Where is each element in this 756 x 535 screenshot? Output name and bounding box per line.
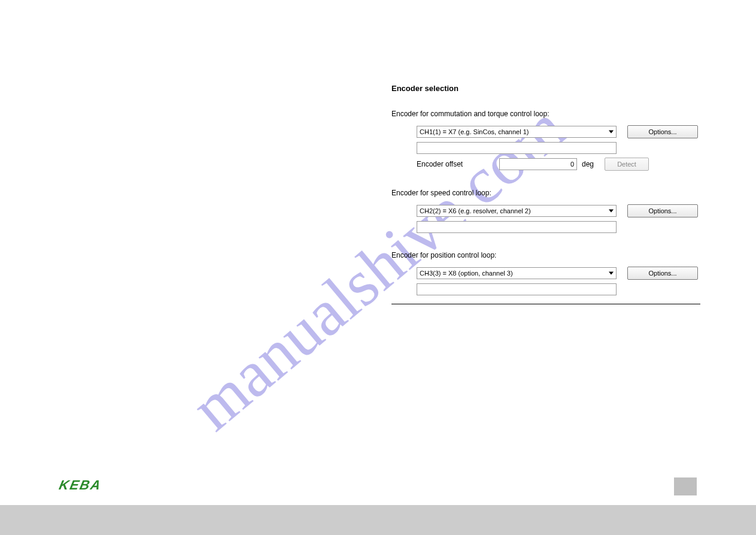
commutation-extra-input[interactable] — [417, 142, 617, 154]
speed-encoder-select[interactable]: CH2(2) = X6 (e.g. resolver, channel 2) — [417, 205, 617, 217]
position-encoder-select[interactable]: CH3(3) = X8 (option, channel 3) — [417, 267, 617, 279]
position-options-button[interactable]: Options... — [627, 267, 698, 280]
encoder-offset-unit: deg — [582, 160, 594, 168]
footer-bar — [0, 505, 756, 535]
position-extra-input[interactable] — [417, 283, 617, 295]
speed-extra-input[interactable] — [417, 221, 617, 233]
commutation-encoder-value: CH1(1) = X7 (e.g. SinCos, channel 1) — [420, 128, 529, 135]
position-label: Encoder for position control loop: — [391, 251, 700, 259]
keba-logo: KEBA — [57, 477, 103, 493]
encoder-selection-form: Encoder selection Encoder for commutatio… — [391, 84, 700, 304]
speed-encoder-value: CH2(2) = X6 (e.g. resolver, channel 2) — [420, 207, 531, 214]
encoder-offset-label: Encoder offset — [417, 160, 499, 168]
page-number-box — [674, 477, 697, 495]
commutation-label: Encoder for commutation and torque contr… — [391, 110, 700, 118]
section-divider — [391, 304, 700, 304]
encoder-offset-input[interactable] — [499, 158, 577, 170]
speed-label: Encoder for speed control loop: — [391, 189, 700, 197]
detect-button: Detect — [605, 158, 649, 171]
section-title: Encoder selection — [391, 84, 700, 93]
commutation-encoder-select[interactable]: CH1(1) = X7 (e.g. SinCos, channel 1) — [417, 126, 617, 138]
chevron-down-icon — [609, 210, 614, 213]
chevron-down-icon — [609, 131, 614, 134]
position-encoder-value: CH3(3) = X8 (option, channel 3) — [420, 270, 513, 277]
chevron-down-icon — [609, 272, 614, 275]
speed-options-button[interactable]: Options... — [627, 204, 698, 217]
commutation-options-button[interactable]: Options... — [627, 125, 698, 138]
